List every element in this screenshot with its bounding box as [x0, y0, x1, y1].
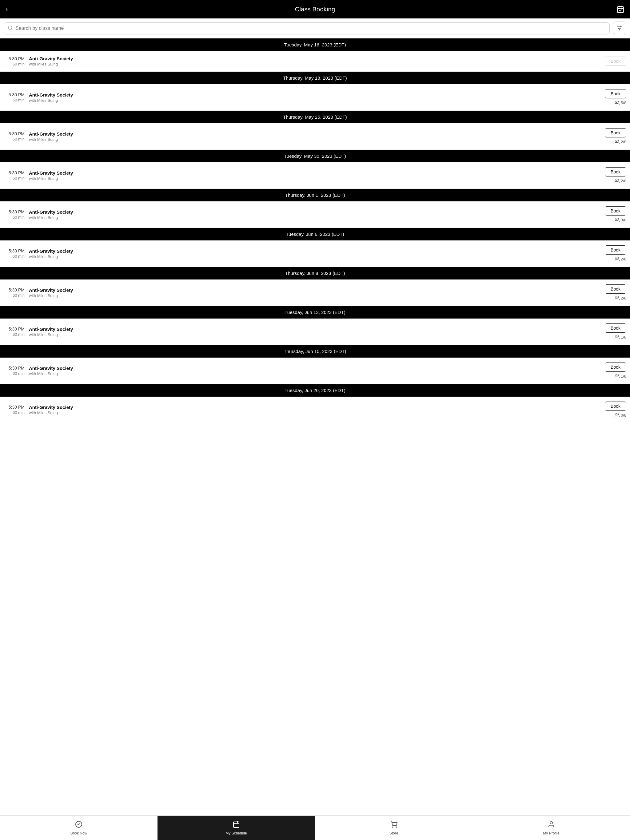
- capacity-icon: [615, 335, 619, 340]
- class-duration: 60 min: [13, 215, 25, 219]
- class-info: Anti-Gravity Societywith Miles Suing: [29, 405, 605, 415]
- capacity-icon: [615, 178, 619, 183]
- class-capacity: 0/8: [615, 413, 626, 418]
- class-name: Anti-Gravity Society: [29, 248, 605, 254]
- class-time-value: 5:30 PM: [9, 56, 25, 61]
- capacity-icon: [615, 413, 619, 418]
- date-header: Tuesday, Jun 13, 2023 (EDT): [0, 306, 630, 319]
- class-instructor: with Miles Suing: [29, 293, 605, 298]
- svg-point-13: [616, 140, 617, 141]
- date-header: Thursday, May 25, 2023 (EDT): [0, 111, 630, 123]
- class-time-value: 5:30 PM: [9, 248, 25, 253]
- class-row: 5:30 PM60 minAnti-Gravity Societywith Mi…: [0, 396, 630, 423]
- class-instructor: with Miles Suing: [29, 332, 605, 337]
- class-time-value: 5:30 PM: [9, 287, 25, 292]
- class-info: Anti-Gravity Societywith Miles Suing: [29, 171, 605, 181]
- class-duration: 60 min: [13, 410, 25, 415]
- class-name: Anti-Gravity Society: [29, 92, 605, 98]
- class-capacity: 3/8: [615, 217, 626, 223]
- class-time: 5:30 PM60 min: [4, 92, 25, 103]
- svg-point-14: [616, 179, 617, 180]
- svg-point-9: [620, 26, 621, 27]
- date-header: Tuesday, Jun 6, 2023 (EDT): [0, 228, 630, 240]
- class-actions: Book 1/8: [605, 324, 626, 340]
- capacity-value: 5/8: [621, 101, 626, 105]
- capacity-icon: [615, 139, 619, 145]
- class-duration: 60 min: [13, 62, 25, 66]
- class-time-value: 5:30 PM: [9, 405, 25, 409]
- class-time-value: 5:30 PM: [9, 92, 25, 97]
- svg-point-11: [619, 29, 620, 30]
- book-button[interactable]: Book: [605, 128, 626, 137]
- svg-point-17: [616, 296, 617, 298]
- book-button[interactable]: Book: [605, 57, 626, 66]
- class-duration: 60 min: [13, 332, 25, 337]
- book-button[interactable]: Book: [605, 206, 626, 216]
- class-time: 5:30 PM60 min: [4, 248, 25, 259]
- svg-line-5: [11, 28, 12, 30]
- capacity-value: 3/8: [621, 218, 626, 222]
- class-capacity: 2/8: [615, 256, 626, 262]
- class-actions: Book 1/8: [605, 363, 626, 379]
- class-name: Anti-Gravity Society: [29, 171, 605, 175]
- class-time-value: 5:30 PM: [9, 171, 25, 175]
- search-input[interactable]: [15, 25, 606, 31]
- class-actions: Book 2/8: [605, 284, 626, 301]
- class-row: 5:30 PM60 minAnti-Gravity Societywith Mi…: [0, 84, 630, 111]
- capacity-icon: [615, 217, 619, 223]
- class-actions: Book 2/8: [605, 128, 626, 145]
- svg-rect-0: [617, 6, 624, 13]
- date-header: Thursday, Jun 8, 2023 (EDT): [0, 267, 630, 279]
- back-button[interactable]: ‹: [6, 5, 15, 13]
- filter-button[interactable]: [613, 22, 626, 35]
- calendar-icon[interactable]: [615, 5, 624, 13]
- class-time: 5:30 PM60 min: [4, 131, 25, 141]
- book-button[interactable]: Book: [605, 167, 626, 177]
- class-row: 5:30 PM60 minAnti-Gravity Societywith Mi…: [0, 123, 630, 150]
- svg-point-20: [616, 413, 617, 415]
- book-button[interactable]: Book: [605, 284, 626, 294]
- book-button[interactable]: Book: [605, 324, 626, 333]
- class-time-value: 5:30 PM: [9, 366, 25, 371]
- class-instructor: with Miles Suing: [29, 411, 605, 415]
- class-info: Anti-Gravity Societywith Miles Suing: [29, 131, 605, 142]
- class-info: Anti-Gravity Societywith Miles Suing: [29, 327, 605, 337]
- book-button[interactable]: Book: [605, 89, 626, 98]
- class-time: 5:30 PM60 min: [4, 405, 25, 415]
- class-duration: 60 min: [13, 137, 25, 141]
- svg-point-16: [616, 257, 617, 259]
- date-header: Tuesday, May 30, 2023 (EDT): [0, 150, 630, 163]
- search-icon: [8, 25, 13, 32]
- class-capacity: 1/8: [615, 335, 626, 340]
- class-duration: 60 min: [13, 98, 25, 103]
- capacity-value: 2/8: [621, 178, 626, 183]
- class-row: 5:30 PM60 minAnti-Gravity Societywith Mi…: [0, 319, 630, 345]
- class-instructor: with Miles Suing: [29, 254, 605, 259]
- class-duration: 60 min: [13, 293, 25, 298]
- capacity-icon: [615, 295, 619, 301]
- class-name: Anti-Gravity Society: [29, 327, 605, 332]
- header: ‹ Class Booking: [0, 0, 630, 19]
- class-duration: 60 min: [13, 176, 25, 180]
- book-button[interactable]: Book: [605, 363, 626, 372]
- class-time: 5:30 PM60 min: [4, 287, 25, 298]
- class-time-value: 5:30 PM: [9, 131, 25, 136]
- svg-point-10: [618, 28, 619, 28]
- class-instructor: with Miles Suing: [29, 62, 605, 66]
- class-duration: 60 min: [13, 371, 25, 376]
- book-button[interactable]: Book: [605, 401, 626, 411]
- class-time: 5:30 PM60 min: [4, 366, 25, 376]
- class-name: Anti-Gravity Society: [29, 366, 605, 371]
- class-info: Anti-Gravity Societywith Miles Suing: [29, 209, 605, 220]
- search-input-wrapper: [4, 22, 610, 35]
- class-actions: Book 2/8: [605, 245, 626, 262]
- class-row: 5:30 PM60 minAnti-Gravity Societywith Mi…: [0, 51, 630, 72]
- date-header: Thursday, May 18, 2023 (EDT): [0, 72, 630, 84]
- capacity-value: 2/8: [621, 296, 626, 300]
- class-capacity: 2/8: [615, 295, 626, 301]
- date-header: Tuesday, May 16, 2023 (EDT): [0, 38, 630, 51]
- class-info: Anti-Gravity Societywith Miles Suing: [29, 248, 605, 259]
- capacity-value: 0/8: [621, 413, 626, 418]
- book-button[interactable]: Book: [605, 245, 626, 254]
- class-name: Anti-Gravity Society: [29, 131, 605, 136]
